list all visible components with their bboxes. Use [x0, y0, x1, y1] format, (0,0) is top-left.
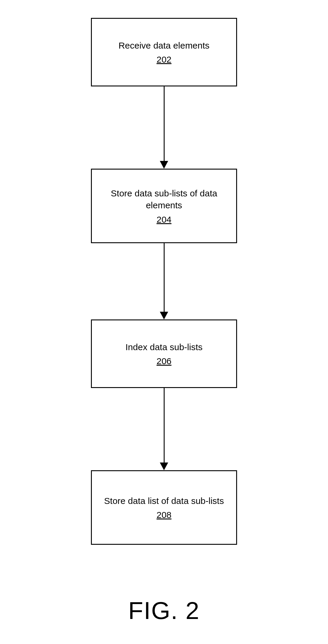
flowchart-step-4: Store data list of data sub-lists 208 [91, 470, 237, 545]
arrow-icon [160, 86, 168, 169]
arrow-icon [160, 243, 168, 319]
flowchart-container: Receive data elements 202 Store data sub… [86, 18, 242, 545]
step-text: Index data sub-lists [126, 341, 202, 353]
flowchart-step-2: Store data sub-lists of data elements 20… [91, 169, 237, 243]
step-ref: 202 [157, 55, 171, 65]
flowchart-step-1: Receive data elements 202 [91, 18, 237, 86]
step-text: Store data list of data sub-lists [104, 495, 224, 507]
step-text: Store data sub-lists of data elements [101, 187, 227, 212]
step-ref: 208 [157, 510, 171, 520]
flowchart-step-3: Index data sub-lists 206 [91, 319, 237, 388]
arrow-icon [160, 388, 168, 470]
step-text: Receive data elements [118, 40, 209, 52]
step-ref: 204 [157, 215, 171, 225]
figure-label: FIG. 2 [128, 597, 200, 625]
step-ref: 206 [157, 356, 171, 366]
